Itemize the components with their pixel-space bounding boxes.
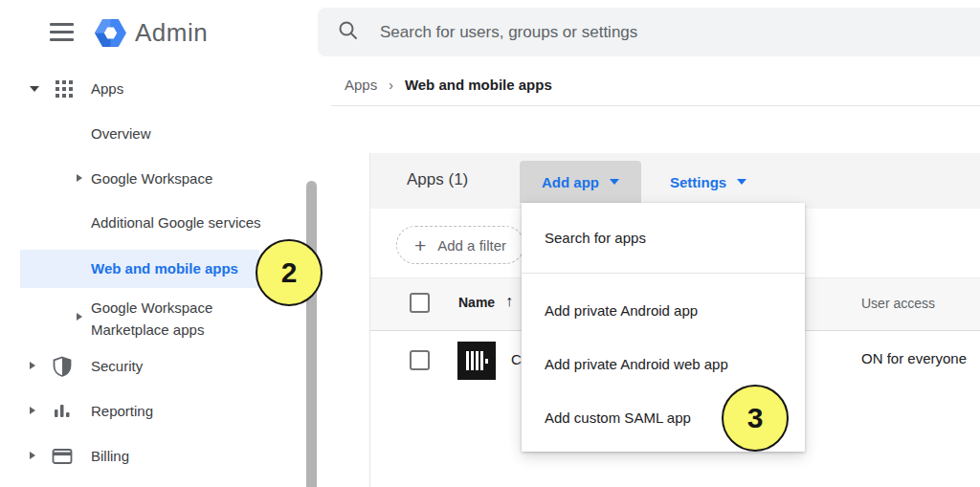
sidebar-item-apps[interactable]: Apps [91, 79, 123, 99]
breadcrumb: Apps › Web and mobile apps [345, 77, 552, 93]
add-filter-label: Add a filter [437, 237, 506, 254]
column-header-user-access: User access [861, 296, 935, 311]
menu-icon[interactable] [50, 23, 74, 41]
sidebar-item-web-and-mobile-apps[interactable]: Web and mobile apps [91, 259, 238, 278]
chevron-right-icon [77, 174, 82, 182]
plus-icon: + [414, 235, 426, 255]
app-logo-icon [457, 342, 496, 384]
menu-divider [522, 273, 805, 274]
user-access-value: ON for everyone [861, 350, 967, 366]
sidebar-item-additional-google-services[interactable]: Additional Google services [91, 213, 261, 232]
add-app-button[interactable]: Add app [520, 161, 641, 203]
admin-logo-icon [93, 15, 128, 55]
menu-item-add-private-android-app[interactable]: Add private Android app [522, 283, 805, 337]
search-icon [338, 20, 359, 45]
security-shield-icon [52, 356, 73, 381]
chevron-down-icon [30, 86, 39, 92]
search-bar[interactable] [318, 8, 980, 56]
annotation-step-2: 2 [256, 239, 323, 306]
chevron-down-icon [737, 179, 746, 185]
billing-card-icon [52, 447, 73, 470]
sidebar-item-google-workspace[interactable]: Google Workspace [91, 169, 212, 188]
sort-ascending-icon[interactable]: ↑ [505, 293, 513, 310]
chevron-right-icon [30, 452, 35, 459]
admin-console-screen: Admin Apps › Web and mobile apps Apps Ov… [0, 0, 980, 487]
sidebar-item-security[interactable]: Security [91, 357, 143, 376]
sidebar-item-reporting[interactable]: Reporting [91, 402, 153, 421]
column-header-name[interactable]: Name [458, 295, 495, 310]
chevron-right-icon [77, 313, 82, 321]
chevron-right-icon [30, 362, 35, 369]
chevron-right-icon [30, 407, 35, 414]
menu-item-add-private-android-web-app[interactable]: Add private Android web app [522, 337, 805, 390]
row-checkbox[interactable] [410, 350, 430, 370]
sidebar-scrollbar[interactable] [306, 181, 317, 487]
breadcrumb-separator: › [389, 77, 393, 93]
search-input[interactable] [380, 23, 916, 42]
sidebar-item-billing[interactable]: Billing [91, 447, 129, 466]
sidebar-item-marketplace-apps[interactable]: Google Workspace Marketplace apps [91, 297, 254, 341]
breadcrumb-current: Web and mobile apps [405, 77, 552, 93]
settings-button[interactable]: Settings [670, 161, 746, 203]
select-all-checkbox[interactable] [410, 293, 430, 313]
annotation-step-3: 3 [722, 385, 789, 452]
brand-title: Admin [135, 18, 208, 48]
sidebar-item-overview[interactable]: Overview [91, 124, 151, 144]
chevron-down-icon [610, 179, 619, 185]
apps-grid-icon [54, 78, 75, 103]
breadcrumb-divider [331, 105, 980, 106]
apps-count-label: Apps (1) [407, 170, 468, 189]
menu-item-search-for-apps[interactable]: Search for apps [522, 203, 805, 273]
app-name-text[interactable]: C [511, 351, 522, 367]
breadcrumb-apps-link[interactable]: Apps [345, 77, 377, 93]
add-filter-chip[interactable]: + Add a filter [396, 226, 524, 264]
reporting-chart-icon [53, 402, 72, 425]
